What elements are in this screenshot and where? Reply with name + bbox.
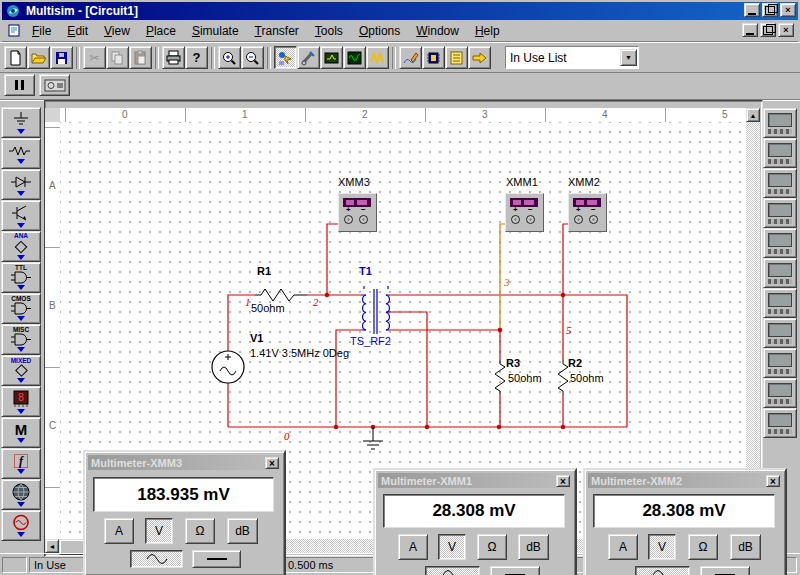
r2-refdes[interactable]: R2 — [568, 357, 582, 369]
copy-button[interactable] — [106, 46, 129, 69]
menu-simulate[interactable]: Simulate — [184, 22, 247, 40]
xmm2-label[interactable]: XMM2 — [568, 176, 600, 188]
r1-refdes[interactable]: R1 — [257, 265, 271, 277]
menu-place[interactable]: Place — [138, 22, 184, 40]
menu-tools[interactable]: Tools — [307, 22, 351, 40]
minus-terminal[interactable] — [526, 215, 535, 224]
group-mixed-button[interactable]: MIXED — [1, 355, 41, 386]
group-misc-digital-button[interactable]: MISC — [1, 324, 41, 355]
dc-mode-button[interactable] — [700, 566, 750, 575]
minimize-button[interactable] — [744, 3, 760, 17]
v1-value[interactable]: 1.41V 3.5MHz 0Deg — [250, 347, 349, 359]
group-cmos-button[interactable]: CMOS — [1, 293, 41, 324]
volt-mode-button[interactable]: V — [438, 534, 466, 560]
close-button[interactable]: × — [766, 475, 780, 487]
volt-mode-button[interactable]: V — [145, 518, 173, 544]
group-indicators-button[interactable]: 8 — [1, 386, 41, 417]
v1-refdes[interactable]: V1 — [250, 332, 263, 344]
plus-terminal[interactable] — [574, 215, 583, 224]
r3-value[interactable]: 50ohm — [508, 372, 542, 384]
ohm-mode-button[interactable]: Ω — [185, 518, 215, 544]
postprocessor-button[interactable] — [399, 46, 422, 69]
analysis-button[interactable] — [366, 46, 389, 69]
create-component-button[interactable] — [422, 46, 445, 69]
close-button[interactable]: × — [780, 3, 796, 17]
dialog-title-bar[interactable]: Multimeter-XMM2 × — [588, 473, 782, 488]
open-button[interactable] — [27, 46, 50, 69]
combobox-dropdown-button[interactable]: ▼ — [620, 49, 637, 66]
close-button[interactable]: × — [556, 475, 570, 487]
menu-transfer[interactable]: Transfer — [247, 22, 307, 40]
pause-button[interactable] — [4, 74, 35, 96]
scroll-left-button[interactable]: ◄ — [45, 539, 59, 553]
zoom-in-button[interactable] — [218, 46, 241, 69]
instrument-distortion-analyzer-button[interactable] — [763, 348, 797, 378]
r2-value[interactable]: 50ohm — [570, 372, 604, 384]
xmm2-instrument[interactable]: + − — [568, 193, 607, 232]
group-diodes-button[interactable] — [1, 169, 41, 200]
group-rf-button[interactable] — [1, 479, 41, 510]
r1-value[interactable]: 50ohm — [251, 302, 285, 314]
menu-file[interactable]: File — [24, 22, 59, 40]
instruments-button[interactable] — [320, 46, 343, 69]
ohm-mode-button[interactable]: Ω — [477, 534, 507, 560]
plus-terminal[interactable] — [511, 215, 520, 224]
r3-refdes[interactable]: R3 — [506, 357, 520, 369]
instrument-logic-converter-button[interactable] — [763, 318, 797, 348]
volt-mode-button[interactable]: V — [648, 534, 676, 560]
group-basic-button[interactable] — [1, 138, 41, 169]
new-button[interactable] — [4, 46, 27, 69]
db-mode-button[interactable]: dB — [227, 518, 258, 544]
ac-mode-button[interactable] — [130, 550, 183, 568]
t1-refdes[interactable]: T1 — [359, 265, 372, 277]
run-switch-button[interactable] — [39, 74, 70, 96]
group-controlled-function-button[interactable]: f — [1, 448, 41, 479]
instrument-multimeter-button[interactable] — [763, 108, 797, 138]
instrument-network-analyzer-button[interactable] — [763, 408, 797, 438]
reports-button[interactable] — [445, 46, 468, 69]
restore-button[interactable] — [762, 3, 778, 17]
save-button[interactable] — [50, 46, 73, 69]
instrument-bode-plotter-button[interactable] — [763, 228, 797, 258]
group-miscellaneous-button[interactable]: M — [1, 417, 41, 448]
xmm3-instrument[interactable]: + − — [338, 193, 377, 232]
instrument-wattmeter-button[interactable] — [763, 168, 797, 198]
database-button[interactable] — [297, 46, 320, 69]
scroll-up-button[interactable]: ▲ — [746, 108, 760, 122]
group-sources-button[interactable] — [1, 107, 41, 138]
menu-help[interactable]: Help — [467, 22, 508, 40]
transfer-button[interactable] — [468, 46, 491, 69]
ampere-mode-button[interactable]: A — [104, 518, 134, 544]
ohm-mode-button[interactable]: Ω — [688, 534, 718, 560]
cut-button[interactable]: ✂ — [83, 46, 106, 69]
ampere-mode-button[interactable]: A — [608, 534, 638, 560]
zoom-out-button[interactable] — [241, 46, 264, 69]
group-ttl-button[interactable]: TTL — [1, 262, 41, 293]
in-use-list-combobox[interactable]: In Use List ▼ — [505, 46, 639, 69]
instrument-logic-analyzer-button[interactable] — [763, 288, 797, 318]
instrument-spectrum-analyzer-button[interactable] — [763, 378, 797, 408]
close-button[interactable]: × — [265, 457, 279, 469]
dialog-title-bar[interactable]: Multimeter-XMM1 × — [378, 473, 572, 488]
t1-value[interactable]: TS_RF2 — [350, 335, 391, 347]
db-mode-button[interactable]: dB — [730, 534, 761, 560]
group-electromechanical-button[interactable] — [1, 510, 41, 541]
minus-terminal[interactable] — [359, 215, 368, 224]
xmm1-label[interactable]: XMM1 — [506, 176, 538, 188]
instrument-function-generator-button[interactable] — [763, 138, 797, 168]
dc-mode-button[interactable] — [192, 550, 241, 568]
help-button[interactable]: ? — [185, 46, 208, 69]
minus-terminal[interactable] — [589, 215, 598, 224]
ac-mode-button[interactable] — [635, 566, 690, 575]
mdi-close-button[interactable]: × — [778, 23, 794, 37]
xmm1-instrument[interactable]: + − — [505, 193, 544, 232]
mdi-restore-button[interactable] — [760, 23, 776, 37]
ac-mode-button[interactable] — [425, 566, 480, 575]
instrument-oscilloscope-button[interactable] — [763, 198, 797, 228]
xmm3-label[interactable]: XMM3 — [338, 176, 370, 188]
menu-window[interactable]: Window — [408, 22, 467, 40]
print-button[interactable] — [162, 46, 185, 69]
mdi-minimize-button[interactable] — [742, 23, 758, 37]
dialog-title-bar[interactable]: Multimeter-XMM3 × — [88, 455, 281, 470]
db-mode-button[interactable]: dB — [518, 534, 549, 560]
